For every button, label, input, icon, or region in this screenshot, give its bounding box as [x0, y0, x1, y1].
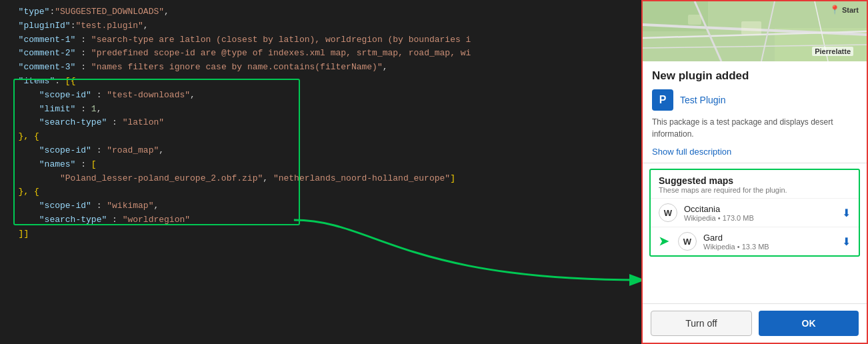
- code-token-string: "test-downloads": [107, 90, 190, 100]
- code-line: ]]: [8, 227, 633, 241]
- map-start-label: 📍 Start: [829, 5, 859, 15]
- code-token-punct: :: [107, 215, 122, 225]
- code-token-punct: ,: [153, 201, 159, 211]
- code-token-string: "wikimap": [107, 201, 153, 211]
- code-line: "limit" : 1,: [8, 103, 633, 117]
- pin-icon: 📍: [829, 5, 840, 15]
- code-panel: "type":"SUGGESTED_DOWNLOADS", "pluginId"…: [0, 0, 641, 344]
- code-token-string: "road_map": [107, 145, 159, 155]
- wiki-icon-occitania: W: [659, 203, 677, 222]
- occitania-sub: Wikipedia • 173.0 MB: [684, 214, 835, 222]
- gard-source: Wikipedia: [703, 243, 735, 251]
- code-token-string: "latlon": [123, 117, 164, 127]
- suggested-maps-title: Suggested maps: [659, 175, 851, 186]
- code-token-string: "search-type are latlon (closest by latl…: [91, 35, 471, 45]
- svg-rect-9: [741, 21, 761, 35]
- plugin-title: New plugin added: [652, 69, 857, 83]
- code-token-string: "netherlands_noord-holland_europe": [273, 173, 450, 183]
- code-token-key: "items": [19, 76, 55, 86]
- map-item-occitania: W Occitania Wikipedia • 173.0 MB ⬇: [651, 198, 859, 227]
- occitania-sep: •: [718, 214, 723, 222]
- svg-rect-10: [688, 15, 701, 25]
- code-token-punct: :: [91, 90, 107, 100]
- code-token-bracket: }, {: [19, 187, 39, 197]
- plugin-icon: P: [652, 89, 673, 111]
- code-token-key: "scope-id": [39, 201, 91, 211]
- code-token-punct: [8, 173, 60, 183]
- plugin-name-row: P Test Plugin: [652, 89, 857, 111]
- plugin-info: New plugin added P Test Plugin This pack…: [643, 61, 867, 163]
- code-token-key: "type": [19, 7, 50, 17]
- suggested-maps-subtitle: These maps are required for the plugin.: [659, 186, 851, 194]
- start-text: Start: [842, 6, 859, 14]
- code-line: "comment-1" : "search-type are latlon (c…: [8, 33, 633, 47]
- code-token-punct: [8, 90, 39, 100]
- code-token-punct: [8, 7, 19, 17]
- code-token-string: "SUGGESTED_DOWNLOADS": [55, 7, 164, 17]
- code-token-bracket: [{: [65, 76, 76, 86]
- code-token-punct: :: [75, 159, 91, 169]
- code-line: "search-type" : "worldregion": [8, 213, 633, 227]
- code-token-punct: :: [75, 104, 91, 114]
- map-item-gard: ➤ W Gard Wikipedia • 13.3 MB ⬇: [651, 227, 859, 255]
- code-token-string: "test.plugin": [75, 21, 143, 31]
- code-token-number: 1: [91, 104, 97, 114]
- code-line: "items": [{: [8, 75, 633, 89]
- code-token-bracket: ]: [450, 173, 455, 183]
- code-line: }, {: [8, 185, 633, 199]
- code-token-bracket: ]]: [8, 229, 29, 239]
- code-token-key: "scope-id": [39, 90, 91, 100]
- code-token-punct: :: [75, 35, 91, 45]
- code-token-punct: [8, 145, 39, 155]
- code-line: "scope-id" : "road_map",: [8, 144, 633, 158]
- gard-name: Gard: [703, 233, 835, 243]
- turn-off-button[interactable]: Turn off: [651, 311, 752, 336]
- code-token-key: "scope-id": [39, 145, 91, 155]
- plugin-description: This package is a test package and displ…: [652, 116, 857, 140]
- code-token-key: "pluginId": [19, 21, 71, 31]
- code-line: "pluginId":"test.plugin",: [8, 19, 633, 33]
- code-token-punct: [8, 187, 19, 197]
- code-token-key: "names": [39, 159, 76, 169]
- gard-sep: •: [737, 243, 742, 251]
- code-token-punct: [8, 131, 19, 141]
- gard-sub: Wikipedia • 13.3 MB: [703, 243, 835, 251]
- download-icon-occitania[interactable]: ⬇: [842, 207, 851, 219]
- code-token-punct: [8, 215, 39, 225]
- code-token-punct: [8, 62, 19, 72]
- gard-size: 13.3 MB: [742, 243, 769, 251]
- code-token-punct: [8, 201, 39, 211]
- code-token-punct: :: [91, 201, 107, 211]
- download-icon-gard[interactable]: ⬇: [842, 235, 851, 248]
- code-token-punct: :: [75, 62, 91, 72]
- code-line: "comment-3" : "names filters ignore case…: [8, 61, 633, 75]
- code-line: "names" : [: [8, 158, 633, 172]
- code-token-punct: :: [107, 117, 122, 127]
- occitania-size: 173.0 MB: [723, 214, 754, 222]
- code-line: "scope-id" : "wikimap",: [8, 199, 633, 213]
- footer-buttons: Turn off OK: [643, 303, 867, 343]
- code-token-punct: ,: [97, 104, 102, 114]
- code-token-punct: [8, 159, 39, 169]
- code-token-key: "comment-1": [19, 35, 76, 45]
- code-token-punct: ,: [164, 7, 169, 17]
- occitania-name: Occitania: [684, 204, 835, 214]
- wiki-icon-gard: W: [678, 232, 697, 251]
- show-description-link[interactable]: Show full description: [652, 147, 731, 157]
- code-token-punct: ,: [263, 173, 273, 183]
- map-item-info-occitania: Occitania Wikipedia • 173.0 MB: [684, 204, 835, 222]
- code-token-string: "predefined scope-id are @type of indexe…: [91, 48, 471, 58]
- code-token-string: "Poland_lesser-poland_europe_2.obf.zip": [60, 173, 263, 183]
- green-arrow-gard: ➤: [659, 234, 669, 249]
- code-token-punct: [8, 104, 39, 114]
- map-item-info-gard: Gard Wikipedia • 13.3 MB: [703, 233, 835, 251]
- code-token-punct: [8, 21, 19, 31]
- plugin-name-text: Test Plugin: [680, 95, 725, 105]
- suggested-maps-section: Suggested maps These maps are required f…: [649, 169, 860, 257]
- ok-button[interactable]: OK: [759, 311, 859, 336]
- code-token-punct: [8, 117, 39, 127]
- code-token-key: "search-type": [39, 117, 107, 127]
- code-token-punct: :: [91, 145, 107, 155]
- code-line: "scope-id" : "test-downloads",: [8, 89, 633, 103]
- code-token-punct: :: [75, 48, 91, 58]
